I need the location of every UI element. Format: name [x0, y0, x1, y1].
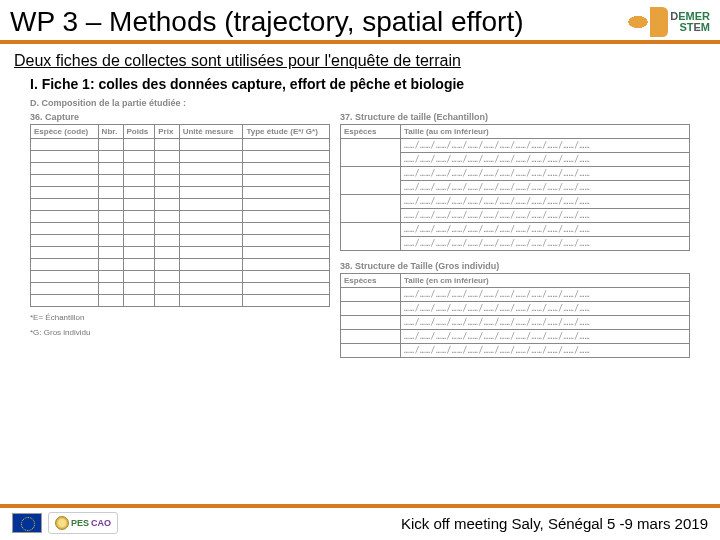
fish-icon — [624, 7, 668, 37]
table-row — [31, 163, 330, 175]
taille2-caption: 38. Structure de Taille (Gros individu) — [340, 261, 690, 271]
eu-flag-icon — [12, 513, 42, 533]
capture-caption: 36. Capture — [30, 112, 330, 122]
page-title: WP 3 – Methods (trajectory, spatial effo… — [10, 6, 524, 38]
footnote-e: *E= Échantillon — [30, 313, 330, 322]
intro-line: Deux fiches de collectes sont utilisées … — [0, 44, 720, 70]
table-row — [31, 295, 330, 307]
taille1-caption: 37. Structure de taille (Echantillon) — [340, 112, 690, 122]
col-nbr: Nbr. — [98, 125, 123, 139]
table-row — [31, 247, 330, 259]
table-row — [31, 235, 330, 247]
logo-text: DEMER STEM — [670, 11, 710, 33]
table-row — [31, 151, 330, 163]
divider-bottom — [0, 504, 720, 508]
col-taille2: Taille (en cm inférieur) — [401, 274, 690, 288]
table-row — [31, 175, 330, 187]
col-unite: Unité mesure — [179, 125, 243, 139]
table-row — [31, 271, 330, 283]
table-row — [31, 187, 330, 199]
table-row — [31, 211, 330, 223]
table-row: ……/……/……/……/……/……/……/……/……/……/……/…… — [341, 316, 690, 330]
form-area: D. Composition de la partie étudiée : 36… — [0, 98, 720, 358]
slide-header: WP 3 – Methods (trajectory, spatial effo… — [0, 0, 720, 40]
table-row: ……/……/……/……/……/……/……/……/……/……/……/…… — [341, 288, 690, 302]
table-row: ……/……/……/……/……/……/……/……/……/……/……/…… — [341, 223, 690, 237]
taille2-table: Espèces Taille (en cm inférieur) ……/……/…… — [340, 273, 690, 358]
capture-table: Espèce (code) Nbr. Poids Prix Unité mesu… — [30, 124, 330, 307]
footer-text: Kick off meeting Saly, Sénégal 5 -9 mars… — [401, 515, 708, 532]
table-row — [31, 223, 330, 235]
col-prix: Prix — [155, 125, 179, 139]
col-taille1: Taille (au cm inférieur) — [401, 125, 690, 139]
table-row: ……/……/……/……/……/……/……/……/……/……/……/…… — [341, 302, 690, 316]
table-row: ……/……/……/……/……/……/……/……/……/……/……/…… — [341, 139, 690, 153]
col-especes2: Espèces — [341, 274, 401, 288]
footer-logos: PESCAO — [12, 512, 118, 534]
demerstem-logo: DEMER STEM — [624, 7, 710, 37]
table-row — [31, 283, 330, 295]
table-row: ……/……/……/……/……/……/……/……/……/……/……/…… — [341, 167, 690, 181]
table-row — [31, 259, 330, 271]
globe-icon — [55, 516, 69, 530]
table-row: ……/……/……/……/……/……/……/……/……/……/……/…… — [341, 195, 690, 209]
footer: PESCAO Kick off meeting Saly, Sénégal 5 … — [0, 504, 720, 534]
col-poids: Poids — [123, 125, 155, 139]
col-type: Type étude (E*/ G*) — [243, 125, 330, 139]
section-d-heading: D. Composition de la partie étudiée : — [30, 98, 690, 108]
table-row — [31, 199, 330, 211]
table-row: ……/……/……/……/……/……/……/……/……/……/……/…… — [341, 344, 690, 358]
col-espece: Espèce (code) — [31, 125, 99, 139]
pescao-logo: PESCAO — [48, 512, 118, 534]
taille1-table: Espèces Taille (au cm inférieur) ……/……/…… — [340, 124, 690, 251]
fiche-line: I. Fiche 1: colles des données capture, … — [0, 70, 720, 98]
table-row — [31, 139, 330, 151]
footnote-g: *G: Gros individu — [30, 328, 330, 337]
table-row: ……/……/……/……/……/……/……/……/……/……/……/…… — [341, 330, 690, 344]
col-especes1: Espèces — [341, 125, 401, 139]
